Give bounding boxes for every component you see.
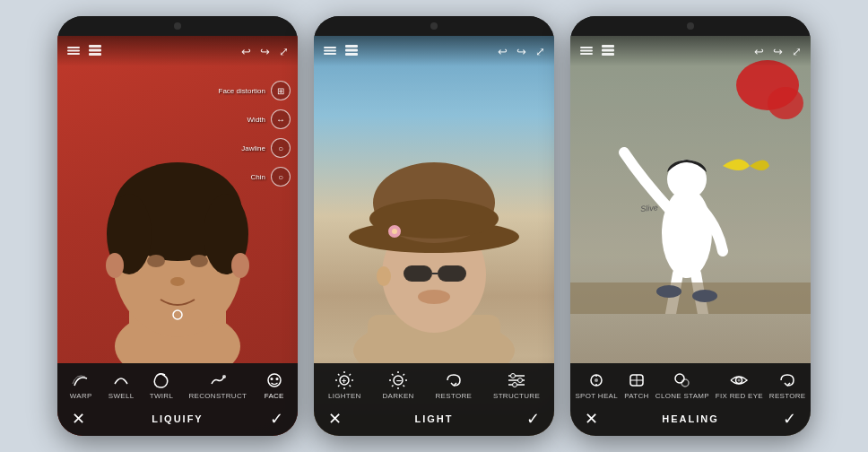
redo-icon-3[interactable]: ↪ [773, 45, 783, 58]
svg-rect-30 [438, 265, 466, 282]
svg-point-6 [147, 255, 165, 267]
svg-point-9 [106, 253, 124, 278]
redo-icon-2[interactable]: ↪ [516, 45, 526, 58]
svg-line-60 [392, 386, 394, 387]
side-tool-width-label: Width [247, 116, 265, 124]
tool-warp[interactable]: Warp [68, 370, 93, 400]
history-icon-1[interactable] [88, 43, 102, 60]
phone-screen-2: ↩ ↪ ⤢ + Lighten – [314, 36, 554, 436]
side-tool-jawline-label: Jawline [241, 144, 265, 152]
bottom-action-bar-3: ✕ HEALING ✓ [570, 404, 811, 436]
undo-icon-3[interactable]: ↩ [754, 45, 764, 58]
face-label: Face [265, 392, 284, 400]
svg-point-76 [692, 290, 717, 302]
history-icon-3[interactable] [601, 43, 615, 60]
svg-line-48 [350, 386, 352, 387]
side-tool-chin-label: Chin [251, 173, 265, 181]
svg-text:Slive: Slive [640, 203, 658, 213]
tool-fix-red-eye[interactable]: Fix Red Eye [716, 370, 763, 400]
layers-icon-1[interactable] [66, 43, 81, 60]
phone-notch-1 [57, 16, 298, 36]
svg-point-72 [768, 87, 803, 119]
expand-icon-2[interactable]: ⤢ [535, 45, 545, 58]
svg-point-10 [231, 253, 249, 278]
patch-icon [624, 370, 649, 390]
svg-rect-80 [602, 45, 614, 48]
face-distortion-icon: ⊞ [271, 81, 291, 100]
svg-rect-15 [89, 45, 101, 48]
tool-restore-2[interactable]: Restore [436, 370, 473, 400]
svg-point-65 [511, 374, 516, 378]
lighten-icon: + [332, 370, 357, 390]
cancel-button-1[interactable]: ✕ [72, 409, 85, 429]
structure-icon [504, 370, 529, 390]
tool-darken[interactable]: – Darken [383, 370, 414, 400]
toolbar-bottom-2: + Lighten – Darken Restore [314, 363, 554, 436]
camera-dot-1 [174, 22, 181, 30]
svg-point-94 [738, 379, 741, 382]
cancel-button-2[interactable]: ✕ [328, 409, 342, 429]
undo-icon-2[interactable]: ↩ [498, 45, 508, 58]
swell-icon [108, 370, 134, 390]
svg-rect-41 [345, 53, 358, 56]
expand-icon-3[interactable]: ⤢ [792, 45, 802, 58]
side-tool-chin[interactable]: Chin ○ [219, 167, 291, 187]
redo-icon-1[interactable]: ↪ [260, 45, 270, 58]
lighten-label: Lighten [328, 392, 361, 400]
swell-label: Swell [108, 392, 135, 400]
svg-rect-78 [580, 49, 593, 51]
tools-row-3: Spot Heal Patch Clone Stamp [570, 363, 811, 404]
svg-text:–: – [396, 375, 402, 386]
tool-restore-3[interactable]: Restore [769, 370, 806, 400]
svg-rect-81 [602, 48, 614, 51]
svg-line-58 [404, 386, 405, 387]
tool-twirl[interactable]: Twirl [149, 370, 174, 400]
tool-face[interactable]: Face [262, 370, 287, 400]
svg-rect-74 [570, 282, 811, 314]
warp-label: Warp [70, 392, 92, 400]
tool-patch[interactable]: Patch [624, 370, 649, 400]
tool-lighten[interactable]: + Lighten [328, 370, 361, 400]
phone-screen-3: Slive ↩ [570, 36, 811, 436]
clone-stamp-icon [670, 370, 695, 390]
side-tool-jawline[interactable]: Jawline ○ [219, 138, 291, 158]
phone-notch-2 [314, 16, 554, 36]
face-tool-icon [262, 370, 287, 390]
cancel-button-3[interactable]: ✕ [585, 409, 598, 429]
mode-label-3: HEALING [662, 413, 719, 424]
bottom-action-bar-2: ✕ LIGHT ✓ [314, 404, 554, 436]
tool-reconstruct[interactable]: Reconstruct [189, 370, 247, 400]
svg-point-18 [222, 375, 226, 378]
toolbar-top-right-1: ↩ ↪ ⤢ [241, 45, 289, 58]
side-tool-face-distortion[interactable]: Face distortion ⊞ [219, 81, 291, 100]
tool-clone-stamp[interactable]: Clone Stamp [655, 370, 709, 400]
svg-rect-29 [404, 265, 432, 282]
tool-swell[interactable]: Swell [108, 370, 135, 400]
confirm-button-2[interactable]: ✓ [526, 409, 540, 429]
tool-structure[interactable]: Structure [493, 370, 540, 400]
tool-spot-heal[interactable]: Spot Heal [575, 370, 617, 400]
confirm-button-1[interactable]: ✓ [270, 409, 283, 429]
layers-icon-2[interactable] [323, 43, 337, 60]
side-tool-width[interactable]: Width ↔ [219, 109, 291, 129]
layers-icon-3[interactable] [579, 43, 594, 60]
svg-line-57 [392, 374, 394, 376]
svg-rect-82 [602, 53, 614, 56]
undo-icon-1[interactable]: ↩ [241, 45, 251, 58]
phone-light: ↩ ↪ ⤢ + Lighten – [314, 16, 554, 436]
svg-rect-40 [345, 48, 358, 51]
toolbar-top-right-2: ↩ ↪ ⤢ [498, 45, 545, 58]
svg-point-35 [377, 266, 391, 286]
toolbar-bottom-3: Spot Heal Patch Clone Stamp [570, 363, 811, 436]
phone-notch-3 [570, 16, 811, 36]
history-icon-2[interactable] [344, 43, 359, 60]
confirm-button-3[interactable]: ✓ [783, 409, 796, 429]
expand-icon-1[interactable]: ⤢ [279, 45, 289, 58]
svg-rect-77 [580, 47, 593, 48]
spot-heal-label: Spot Heal [575, 392, 617, 400]
phone-liquify: ↩ ↪ ⤢ Face distortion ⊞ Width ↔ Jawline … [57, 16, 298, 436]
toolbar-top-right-3: ↩ ↪ ⤢ [754, 45, 802, 58]
structure-label: Structure [493, 392, 540, 400]
camera-dot-3 [687, 22, 694, 30]
hat-person-svg [314, 86, 554, 364]
